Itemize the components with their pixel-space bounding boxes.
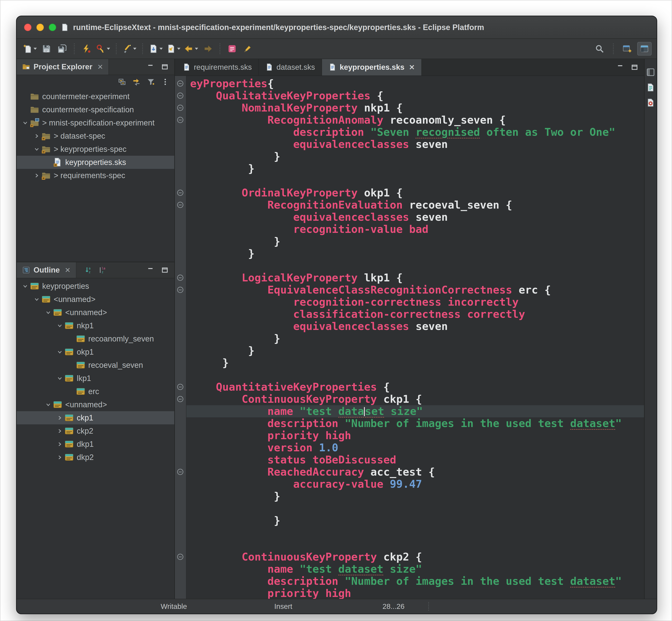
sort-alpha-button[interactable]: az xyxy=(85,266,93,274)
code-line[interactable]: priority high xyxy=(187,587,644,599)
project-item-mnist-specification-experiment[interactable]: > mnist-specification-experiment xyxy=(17,116,174,129)
project-item-keyproperties.sks[interactable]: keyproperties.sks xyxy=(17,156,174,169)
close-tab-icon[interactable]: ✕ xyxy=(409,63,415,71)
outline-item-dkp1[interactable]: dkp1 xyxy=(17,438,174,451)
chevron-expanded-icon[interactable] xyxy=(55,376,65,381)
code-line[interactable]: recognition-correctness incorrectly xyxy=(187,296,644,308)
outline-item-ckp2[interactable]: ckp2 xyxy=(17,424,174,438)
code-line[interactable]: QualitativeKeyProperties { xyxy=(187,90,644,102)
next-annotation-button[interactable] xyxy=(148,42,164,55)
open-task-key-button[interactable] xyxy=(95,42,111,55)
filter-button[interactable] xyxy=(147,78,155,86)
fold-collapse-marker[interactable] xyxy=(177,384,183,390)
fold-collapse-marker[interactable] xyxy=(177,469,183,475)
new-wizard-button[interactable] xyxy=(22,42,38,55)
code-line[interactable] xyxy=(187,539,644,551)
fold-collapse-marker[interactable] xyxy=(177,190,183,196)
code-line[interactable] xyxy=(187,369,644,381)
project-item-countermeter-experiment[interactable]: countermeter-experiment xyxy=(17,90,174,103)
fold-collapse-marker[interactable] xyxy=(177,80,183,87)
code-line[interactable]: } xyxy=(187,514,644,527)
chevron-collapsed-icon[interactable] xyxy=(55,442,65,447)
code-line[interactable]: accuracy-value 99.47 xyxy=(187,478,644,490)
code-line[interactable]: } xyxy=(187,247,644,259)
outline-item-erc[interactable]: erc xyxy=(17,385,174,398)
project-item-dataset-spec[interactable]: > dataset-spec xyxy=(17,129,174,142)
code-line[interactable] xyxy=(187,175,644,187)
close-view-icon[interactable]: ✕ xyxy=(65,266,71,274)
collapse-all-button[interactable] xyxy=(118,78,126,86)
spec-editor-button[interactable] xyxy=(225,42,239,55)
fold-collapse-marker[interactable] xyxy=(177,92,183,99)
save-button[interactable] xyxy=(39,42,54,55)
minimize-view-button[interactable] xyxy=(147,266,154,274)
maximize-editor-button[interactable] xyxy=(631,64,638,71)
code-line[interactable]: status toBeDiscussed xyxy=(187,454,644,466)
code-line[interactable]: priority high xyxy=(187,429,644,442)
fold-collapse-marker[interactable] xyxy=(177,396,183,402)
project-item-requirements-spec[interactable]: > requirements-spec xyxy=(17,169,174,182)
project-explorer-tab[interactable]: Project Explorer ✕ xyxy=(17,59,109,75)
chevron-expanded-icon[interactable] xyxy=(55,323,65,329)
code-line[interactable]: } xyxy=(187,163,644,175)
maximize-view-button[interactable] xyxy=(161,63,168,71)
code-line[interactable] xyxy=(187,527,644,539)
code-line[interactable]: ReachedAccuracy acc_test { xyxy=(187,466,644,478)
error-log-view-button[interactable] xyxy=(646,98,655,107)
close-window-button[interactable] xyxy=(24,24,32,31)
outline-item-recoeval-seven[interactable]: recoeval_seven xyxy=(17,359,174,372)
outline-item-okp1[interactable]: okp1 xyxy=(17,345,174,359)
spec-view-button[interactable] xyxy=(646,83,655,92)
code-line[interactable]: classification-correctness correctly xyxy=(187,308,644,320)
code-line[interactable]: ContinuousKeyProperty ckp1 { xyxy=(187,393,644,405)
outline-tab[interactable]: Outline ✕ xyxy=(17,262,76,278)
fold-collapse-marker[interactable] xyxy=(177,117,183,123)
code-line[interactable]: EquivalenceClassRecognitionCorrectness e… xyxy=(187,284,644,296)
close-view-icon[interactable]: ✕ xyxy=(97,63,103,71)
chevron-collapsed-icon[interactable] xyxy=(32,173,41,178)
code-line[interactable]: } xyxy=(187,235,644,247)
code-line[interactable]: name "test dataset size" xyxy=(187,563,644,575)
view-menu-button[interactable] xyxy=(161,78,169,86)
code-line[interactable] xyxy=(187,259,644,272)
code-line[interactable]: OrdinalKeyProperty okp1 { xyxy=(187,187,644,199)
fold-collapse-marker[interactable] xyxy=(177,554,183,560)
code-line[interactable]: LogicalKeyProperty lkp1 { xyxy=(187,272,644,284)
code-line[interactable]: description "Number of images in the use… xyxy=(187,575,644,587)
code-line[interactable]: } xyxy=(187,344,644,357)
editor-tab-keyproperties.sks[interactable]: keyproperties.sks✕ xyxy=(322,59,422,76)
outline-item-recoanomly-seven[interactable]: recoanomly_seven xyxy=(17,332,174,345)
code-area[interactable]: eyProperties{ QualitativeKeyProperties {… xyxy=(187,76,644,599)
code-line[interactable]: description "Number of images in the use… xyxy=(187,417,644,429)
chevron-expanded-icon[interactable] xyxy=(21,120,30,126)
chevron-collapsed-icon[interactable] xyxy=(32,133,41,139)
zoom-window-button[interactable] xyxy=(49,24,56,31)
link-with-editor-button[interactable] xyxy=(132,78,141,86)
editor-tab-requirements.sks[interactable]: requirements.sks xyxy=(176,59,259,76)
maximize-view-button[interactable] xyxy=(161,266,168,274)
code-line[interactable]: description "Seven recognised often as T… xyxy=(187,126,644,138)
fold-collapse-marker[interactable] xyxy=(177,287,183,293)
chevron-expanded-icon[interactable] xyxy=(32,297,41,302)
launch-tool-button[interactable] xyxy=(79,42,93,55)
perspective-resource-button[interactable] xyxy=(637,42,651,55)
chevron-collapsed-icon[interactable] xyxy=(55,415,65,421)
project-item-keyproperties-spec[interactable]: > keyproperties-spec xyxy=(17,142,174,156)
search-button[interactable] xyxy=(592,42,607,55)
chevron-collapsed-icon[interactable] xyxy=(55,455,65,460)
outline-item-dkp2[interactable]: dkp2 xyxy=(17,451,174,464)
outline-item-nkp1[interactable]: nkp1 xyxy=(17,319,174,332)
chevron-expanded-icon[interactable] xyxy=(43,310,53,315)
fold-collapse-marker[interactable] xyxy=(177,275,183,281)
code-line[interactable]: ContinuousKeyProperty ckp2 { xyxy=(187,551,644,563)
fold-collapse-marker[interactable] xyxy=(177,202,183,208)
code-line[interactable]: } xyxy=(187,150,644,163)
code-line[interactable]: recognition-value bad xyxy=(187,223,644,235)
code-line[interactable]: RecognitionEvaluation recoeval_seven { xyxy=(187,199,644,211)
chevron-expanded-icon[interactable] xyxy=(32,147,41,152)
project-item-countermeter-specification[interactable]: countermeter-specification xyxy=(17,103,174,116)
code-line[interactable] xyxy=(187,502,644,514)
code-line[interactable]: QuantitativeKeyProperties { xyxy=(187,381,644,393)
code-line[interactable]: equivalenceclasses seven xyxy=(187,138,644,150)
code-line[interactable]: eyProperties{ xyxy=(187,78,644,90)
